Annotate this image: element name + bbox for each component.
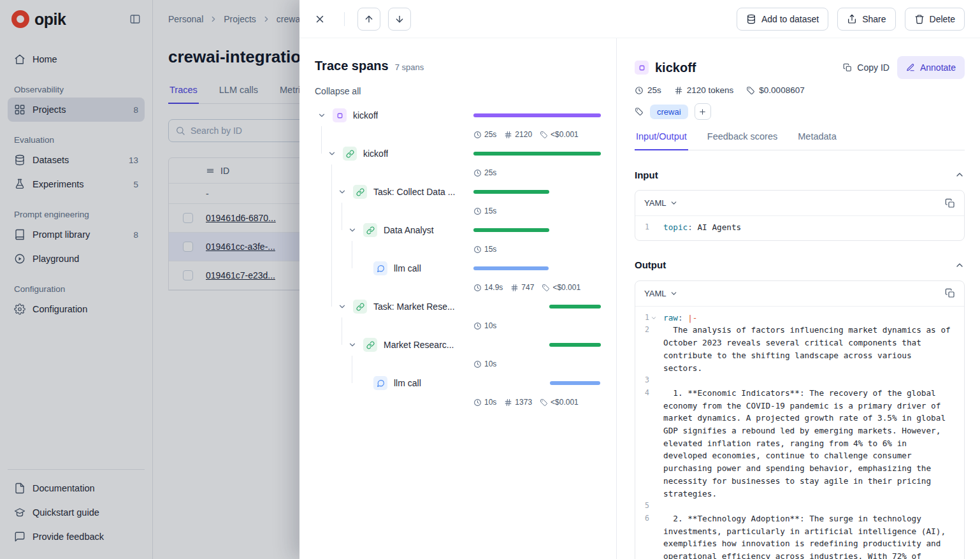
previous-trace-button[interactable] (357, 8, 380, 31)
link-span-icon (353, 300, 367, 314)
copy-id-button[interactable]: Copy ID (843, 62, 890, 73)
output-code-card: YAML 1 raw: |- 2 The analysis of factors… (635, 280, 965, 559)
clock-icon (473, 398, 482, 407)
share-label: Share (862, 14, 886, 24)
tree-guide (342, 203, 342, 230)
copy-icon (945, 288, 955, 298)
panel-toolbar: Add to dataset Share Delete (299, 0, 980, 38)
span-label[interactable]: Task: Market Rese... (373, 301, 455, 312)
add-to-dataset-label: Add to dataset (761, 14, 819, 24)
next-trace-button[interactable] (388, 8, 411, 31)
link-span-icon (363, 223, 377, 237)
span-label[interactable]: Data Analyst (384, 225, 434, 235)
close-button[interactable] (308, 8, 331, 31)
span-label[interactable]: llm call (394, 263, 421, 273)
add-to-dataset-button[interactable]: Add to dataset (737, 8, 828, 31)
fold-chevron-icon[interactable] (651, 312, 658, 324)
chevron-down-icon[interactable] (315, 108, 329, 122)
copy-icon (945, 198, 955, 208)
span-duration: 10s (473, 321, 496, 330)
span-label[interactable]: Market Researc... (384, 340, 454, 350)
tokens-stat: 2120 tokens (674, 85, 734, 95)
chevron-down-icon[interactable] (325, 147, 339, 161)
arrow-up-icon (364, 14, 374, 24)
format-selector[interactable]: YAML (644, 198, 678, 208)
output-section-header[interactable]: Output (635, 255, 965, 275)
share-button[interactable]: Share (837, 8, 895, 31)
trace-icon (635, 61, 649, 75)
span-label[interactable]: kickoff (363, 149, 388, 159)
detail-tabs: Input/Output Feedback scores Metadata (635, 131, 965, 150)
arrow-down-icon (394, 14, 405, 24)
span-label[interactable]: Task: Collect Data ... (373, 187, 455, 197)
copy-code-button[interactable] (945, 198, 955, 208)
clock-icon (473, 131, 482, 139)
trace-detail-panel: Add to dataset Share Delete Trace spans … (299, 0, 980, 559)
tree-spacer (356, 376, 370, 390)
span-row-task-collect: Task: Collect Data ... 15s (315, 181, 601, 219)
chevron-down-icon[interactable] (345, 223, 359, 237)
trash-icon (914, 14, 925, 24)
input-section-title: Input (635, 170, 658, 180)
span-duration-bar (550, 381, 600, 385)
toolbar-actions: Add to dataset Share Delete (737, 8, 965, 31)
annotate-button[interactable]: Annotate (897, 56, 965, 79)
chevron-up-icon (955, 260, 965, 270)
tree-guide (342, 317, 342, 345)
span-cost: <$0.001 (540, 398, 579, 407)
link-span-icon (363, 338, 377, 352)
clock-icon (473, 245, 482, 254)
tag-crewai[interactable]: crewai (650, 105, 688, 119)
span-row-data-analyst: Data Analyst 15s (315, 219, 601, 258)
line-number: 1 (645, 312, 649, 324)
tab-feedback-scores[interactable]: Feedback scores (706, 131, 779, 150)
code-text: 1. **Economic Indicators**: The recovery… (663, 387, 955, 500)
link-span-icon (343, 147, 357, 161)
line-number: 1 (645, 221, 649, 234)
tag-icon (635, 107, 644, 116)
plus-icon (698, 108, 707, 116)
annotate-label: Annotate (920, 62, 956, 73)
duration-stat: 25s (635, 85, 661, 95)
add-tag-button[interactable] (695, 103, 711, 120)
chevron-down-icon (670, 289, 678, 298)
span-tokens: 1373 (504, 398, 532, 407)
span-duration-bar (473, 113, 601, 117)
span-row-kickoff: kickoff 25s (315, 143, 601, 181)
trace-spans-pane: Trace spans 7 spans Collapse all (299, 38, 617, 559)
clock-icon (473, 169, 482, 177)
copy-id-label: Copy ID (857, 62, 890, 73)
input-code: 1 topic: AI Agents (635, 216, 964, 240)
span-tree: kickoff 25s 2120 <$0.001 (315, 105, 601, 410)
tag-icon (746, 86, 755, 95)
span-tokens: 747 (510, 283, 534, 292)
code-text: The analysis of factors influencing mark… (663, 324, 955, 374)
llm-call-icon (373, 261, 387, 275)
copy-code-button[interactable] (945, 288, 955, 298)
delete-button[interactable]: Delete (905, 8, 965, 31)
share-icon (847, 14, 857, 24)
chevron-down-icon[interactable] (335, 185, 349, 199)
clock-icon (473, 360, 482, 368)
tag-icon (542, 284, 550, 292)
collapse-all-button[interactable]: Collapse all (315, 86, 361, 96)
span-row-llm-call: llm call 10s 1373 <$0.001 (315, 372, 601, 410)
clock-icon (635, 86, 644, 95)
spans-count: 7 spans (395, 62, 424, 72)
span-cost: <$0.001 (542, 283, 580, 292)
input-section-header[interactable]: Input (635, 164, 965, 185)
span-label[interactable]: kickoff (353, 110, 378, 120)
code-text: 2. **Technology Adoption**: The surge in… (663, 512, 955, 559)
chevron-down-icon[interactable] (335, 300, 349, 314)
hash-icon (504, 398, 512, 407)
tab-input-output[interactable]: Input/Output (635, 131, 688, 150)
format-selector[interactable]: YAML (644, 289, 678, 298)
span-label[interactable]: llm call (394, 378, 421, 388)
tree-guide (352, 241, 352, 268)
tree-guide (331, 164, 332, 307)
chevron-down-icon[interactable] (345, 338, 359, 352)
span-row-task-market: Task: Market Rese... 10s (315, 296, 601, 334)
input-code-card: YAML 1 topic: AI Agents (635, 190, 965, 241)
span-duration: 15s (473, 207, 496, 215)
tab-metadata[interactable]: Metadata (796, 131, 837, 150)
